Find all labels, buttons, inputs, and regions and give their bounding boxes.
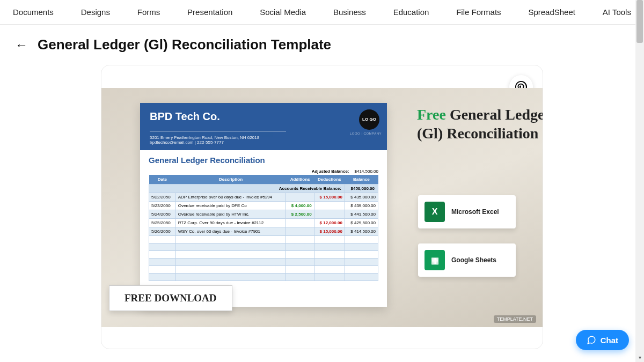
chat-button[interactable]: Chat [576,330,629,350]
document-mockup: BPD Tech Co. LO GO LOGO | COMPANY 5201 E… [140,103,387,307]
scrollbar[interactable]: ▴ ▾ [635,0,644,362]
page-title: General Ledger (Gl) Reconciliation Templ… [38,36,331,53]
logo-icon: LO GO [359,109,379,130]
watermark: TEMPLATE.NET [494,315,536,323]
table-row [149,251,378,258]
excel-label: Microsoft Excel [451,208,499,216]
free-download-button[interactable]: FREE DOWNLOAD [109,285,232,311]
company-address: 5201 Emery Featherington Road, New Bosto… [150,131,286,145]
nav-designs[interactable]: Designs [76,8,115,17]
nav-ai-tools[interactable]: AI Tools [597,8,636,17]
col-additions: Additions [286,175,314,184]
table-row [149,274,378,281]
template-card: ‹ › BPD Tech Co. LO GO LOGO | COMPANY 52… [101,65,543,349]
table-row [149,236,378,243]
back-arrow-icon[interactable]: ← [15,38,28,53]
nav-social-media[interactable]: Social Media [254,8,311,17]
col-balance: Balance [345,175,378,184]
adjusted-balance: Adjusted Balance:$414,500.00 [149,169,378,174]
nav-spreadsheet[interactable]: SpreadSheet [523,8,581,17]
chat-icon [587,335,596,345]
table-row [149,258,378,266]
col-description: Description [175,175,286,184]
scrollbar-thumb[interactable] [636,0,643,43]
table-row [149,243,378,251]
col-deductions: Deductions [314,175,345,184]
logo-subtext: LOGO | COMPANY [350,132,382,135]
table-row: 5/26/2050WSY Co. over 60 days due - Invo… [149,227,378,236]
doc-header: BPD Tech Co. LO GO LOGO | COMPANY 5201 E… [140,103,387,150]
excel-icon: X [425,202,445,222]
nav-forms[interactable]: Forms [132,8,166,17]
nav-education[interactable]: Education [388,8,435,17]
overlay-title: Free General Ledger (Gl) Reconciliation [417,105,543,143]
template-preview: BPD Tech Co. LO GO LOGO | COMPANY 5201 E… [101,88,543,327]
scroll-down-icon[interactable]: ▾ [635,353,644,362]
sheets-icon: ▦ [425,250,445,270]
chat-label: Chat [601,336,618,345]
file-card-excel: X Microsoft Excel [418,195,516,228]
ar-balance-label: Accounts Receivable Balance: [149,184,345,193]
col-date: Date [149,175,176,184]
table-row: 5/22/2050ADP Enterprise over 60 days due… [149,193,378,202]
table-row: 5/25/2050RTZ Corp. Over 90 days due - In… [149,219,378,227]
top-nav: Documents Designs Forms Presentation Soc… [0,0,644,25]
ar-balance-value: $450,000.00 [345,184,378,193]
nav-file-formats[interactable]: File Formats [451,8,506,17]
nav-business[interactable]: Business [328,8,371,17]
nav-presentation[interactable]: Presentation [182,8,238,17]
file-card-sheets: ▦ Google Sheets [418,243,516,277]
nav-documents[interactable]: Documents [8,8,59,17]
table-row: 5/24/2050Overdue receivable paid by HTW … [149,210,378,219]
company-name: BPD Tech Co. [150,110,377,123]
page-header: ← General Ledger (Gl) Reconciliation Tem… [0,25,644,65]
table-row [149,266,378,274]
ledger-table: Date Description Additions Deductions Ba… [149,175,378,281]
table-row: 5/23/2050Overdue receivable paid by DFE … [149,202,378,210]
doc-title: General Ledger Reconciliation [149,156,378,165]
sheets-label: Google Sheets [451,256,496,264]
